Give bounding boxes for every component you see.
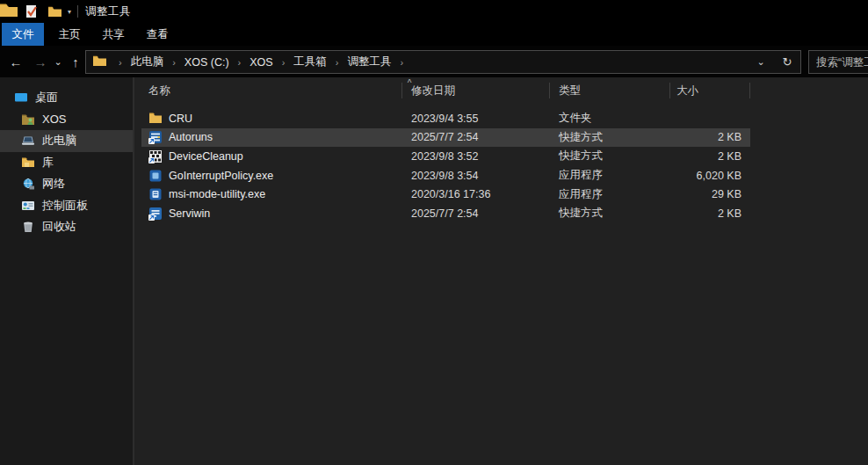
application-icon <box>148 187 163 201</box>
file-type: 应用程序 <box>550 187 670 202</box>
breadcrumb-drive-c[interactable]: XOS (C:) <box>183 56 231 69</box>
sidebar-item-libraries[interactable]: 库 <box>0 152 133 174</box>
file-name: DeviceCleanup <box>169 150 243 163</box>
refresh-icon[interactable]: ↻ <box>774 51 800 73</box>
file-name: Serviwin <box>169 207 210 220</box>
title-bar: ▾ 调整工具 <box>0 0 868 23</box>
file-date: 2025/7/7 2:54 <box>402 131 550 143</box>
file-row-autoruns[interactable]: Autoruns 2025/7/7 2:54 快捷方式 2 KB <box>141 128 750 148</box>
breadcrumb-chevron-icon[interactable]: › <box>165 57 183 68</box>
file-date: 2020/3/16 17:36 <box>402 188 550 200</box>
breadcrumb-chevron-icon[interactable]: › <box>275 57 293 68</box>
serviwin-shortcut-icon <box>148 207 163 221</box>
tab-home[interactable]: 主页 <box>49 23 90 46</box>
file-row-serviwin[interactable]: Serviwin 2025/7/7 2:54 快捷方式 2 KB <box>141 204 750 223</box>
address-folder-icon <box>93 54 106 70</box>
file-list: CRU 2023/9/4 3:55 文件夹 Autoruns 2025/7/7 <box>141 109 750 223</box>
breadcrumb-chevron-icon[interactable]: › <box>112 57 129 68</box>
file-type: 应用程序 <box>550 168 670 183</box>
file-type: 快捷方式 <box>550 206 670 221</box>
shortcut-arrow-icon <box>148 138 155 144</box>
address-dropdown-icon[interactable]: ⌄ <box>748 51 774 73</box>
tab-share[interactable]: 共享 <box>93 23 134 46</box>
navigation-bar: ← → ⌄ ↑ › 此电脑 › XOS (C:) › XOS › 工具箱 › 调… <box>0 46 868 77</box>
file-size: 6,020 KB <box>670 170 750 182</box>
this-pc-icon <box>21 134 35 148</box>
sidebar-item-label: 库 <box>42 155 54 171</box>
file-size: 2 KB <box>670 131 750 143</box>
ribbon-tab-bar: 文件 主页 共享 查看 <box>0 23 868 46</box>
sidebar-item-recycle-bin[interactable]: 回收站 <box>0 216 133 238</box>
sidebar-item-control-panel[interactable]: 控制面板 <box>0 195 133 217</box>
folder-icon <box>148 112 163 126</box>
column-header-date-modified[interactable]: 修改日期 <box>402 83 550 98</box>
tab-file[interactable]: 文件 <box>2 23 44 46</box>
qat-properties-icon[interactable] <box>23 4 40 19</box>
qat-customize-dropdown-icon[interactable]: ▾ <box>63 4 76 19</box>
recent-locations-icon[interactable]: ⌄ <box>51 50 65 73</box>
file-size: 2 KB <box>670 207 750 220</box>
breadcrumb-chevron-icon[interactable]: › <box>393 57 410 68</box>
sidebar-item-label: 网络 <box>42 176 65 192</box>
sidebar-item-desktop[interactable]: 桌面 <box>0 87 133 109</box>
breadcrumb-chevron-icon[interactable]: › <box>231 57 249 68</box>
desktop-icon <box>14 91 28 105</box>
address-bar[interactable]: › 此电脑 › XOS (C:) › XOS › 工具箱 › 调整工具 › ⌄ … <box>85 50 801 74</box>
titlebar-separator <box>77 5 78 18</box>
file-size: 29 KB <box>670 188 750 200</box>
qat-new-folder-icon[interactable] <box>46 4 63 19</box>
up-icon[interactable]: ↑ <box>65 50 86 73</box>
column-header-row: 名称 修改日期 类型 大小 <box>141 77 750 104</box>
column-header-name[interactable]: 名称 <box>141 83 402 98</box>
file-date: 2025/7/7 2:54 <box>402 207 550 220</box>
breadcrumb-chevron-icon[interactable]: › <box>329 57 346 68</box>
shortcut-arrow-icon <box>148 214 155 221</box>
file-row-devicecleanup[interactable]: DeviceCleanup 2023/9/8 3:52 快捷方式 2 KB <box>141 147 750 166</box>
file-size: 2 KB <box>670 150 750 163</box>
sidebar-item-xos-user[interactable]: XOS <box>0 109 133 131</box>
devicecleanup-shortcut-icon <box>148 149 163 163</box>
app-folder-icon[interactable] <box>0 3 18 21</box>
breadcrumb-toolbox[interactable]: 工具箱 <box>292 54 329 69</box>
breadcrumb-current-folder[interactable]: 调整工具 <box>345 54 393 69</box>
sidebar-item-network[interactable]: 网络 <box>0 173 133 195</box>
file-name: CRU <box>169 113 192 125</box>
breadcrumb-this-pc[interactable]: 此电脑 <box>129 54 166 69</box>
user-folder-icon <box>21 113 35 127</box>
sidebar-item-label: 回收站 <box>42 219 76 235</box>
application-icon <box>148 169 163 183</box>
file-row-msi-mode-utility[interactable]: msi-mode-utility.exe 2020/3/16 17:36 应用程… <box>141 185 750 204</box>
sidebar-item-label: 桌面 <box>35 90 58 105</box>
file-type: 快捷方式 <box>550 130 670 145</box>
shortcut-arrow-icon <box>148 157 155 163</box>
column-header-type[interactable]: 类型 <box>550 83 670 98</box>
file-name: GoInterruptPolicy.exe <box>169 170 273 182</box>
file-date: 2023/9/4 3:55 <box>402 113 550 125</box>
network-icon <box>21 177 35 191</box>
sidebar-item-label: 控制面板 <box>42 198 88 214</box>
window-title: 调整工具 <box>85 4 131 19</box>
file-pane: ^ 名称 修改日期 类型 大小 CRU 2023/9/4 3:55 文件夹 <box>134 77 868 465</box>
file-row-cru[interactable]: CRU 2023/9/4 3:55 文件夹 <box>141 109 750 128</box>
search-input[interactable] <box>808 50 868 74</box>
column-header-size[interactable]: 大小 <box>670 83 750 98</box>
control-panel-icon <box>21 199 35 213</box>
back-icon[interactable]: ← <box>4 50 28 73</box>
file-type: 文件夹 <box>550 111 670 126</box>
file-name: msi-mode-utility.exe <box>169 188 265 200</box>
file-date: 2023/9/8 3:54 <box>402 170 550 182</box>
recycle-bin-icon <box>21 220 35 234</box>
file-name: Autoruns <box>169 131 213 143</box>
navigation-pane: 桌面 XOS 此电脑 库 网络 <box>0 77 133 465</box>
libraries-icon <box>21 156 35 170</box>
breadcrumb-xos[interactable]: XOS <box>248 56 274 69</box>
sidebar-item-label: XOS <box>42 113 66 126</box>
file-type: 快捷方式 <box>550 149 670 163</box>
explorer-content: 桌面 XOS 此电脑 库 网络 <box>0 77 868 465</box>
autoruns-shortcut-icon <box>148 130 163 144</box>
tab-view[interactable]: 查看 <box>137 23 177 46</box>
file-row-gointerruptpolicy[interactable]: GoInterruptPolicy.exe 2023/9/8 3:54 应用程序… <box>141 166 750 185</box>
forward-icon[interactable]: → <box>28 50 53 73</box>
sidebar-item-this-pc[interactable]: 此电脑 <box>0 130 133 152</box>
file-date: 2023/9/8 3:52 <box>402 150 550 163</box>
